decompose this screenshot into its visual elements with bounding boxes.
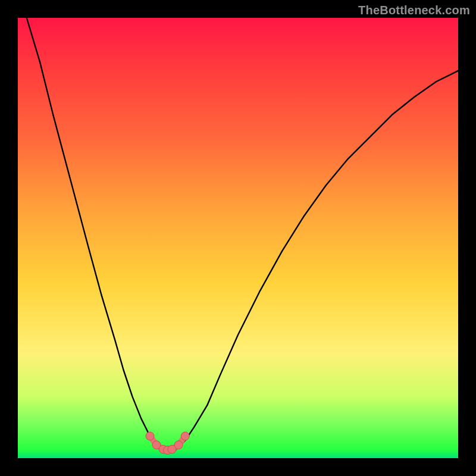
chart-container: TheBottleneck.com	[0, 0, 476, 476]
marker-dot	[168, 445, 176, 453]
marker-dot	[174, 441, 183, 449]
marker-dot	[164, 446, 172, 455]
marker-dot	[152, 441, 161, 449]
bottleneck-curve	[27, 18, 458, 452]
plot-area	[18, 18, 458, 458]
marker-dot	[181, 432, 189, 440]
marker-dot	[146, 432, 154, 440]
watermark-text: TheBottleneck.com	[358, 4, 470, 17]
marker-arc	[150, 436, 185, 450]
marker-dot	[159, 445, 167, 453]
marker-group	[146, 432, 189, 455]
curve-layer	[18, 18, 458, 458]
